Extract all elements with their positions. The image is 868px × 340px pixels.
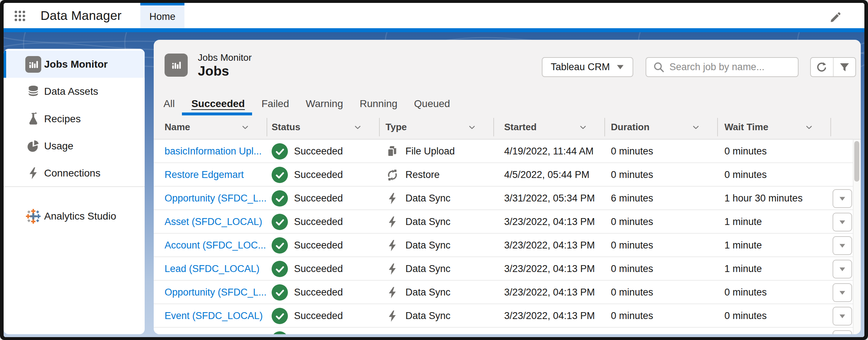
column-header-wait-time[interactable]: Wait Time xyxy=(717,115,830,139)
env-selector-dropdown[interactable]: Tableau CRM xyxy=(542,57,633,77)
job-search xyxy=(646,57,799,77)
app-header: Data Manager Home xyxy=(4,3,864,28)
job-name-link[interactable]: Asset (SFDC_LOCAL) xyxy=(165,216,262,228)
started-cell: 3/23/2022, 04:13 PM xyxy=(493,234,604,257)
sidebar-item-connections[interactable]: Connections xyxy=(4,160,145,187)
row-actions-dropdown-button[interactable] xyxy=(833,236,852,255)
row-actions-dropdown-button[interactable] xyxy=(833,307,852,326)
wait-time-cell: 0 minutes xyxy=(717,304,830,328)
chevron-down-icon[interactable] xyxy=(578,123,588,135)
app-title: Data Manager xyxy=(41,3,122,28)
wait-time-cell: 1 hour 30 minutes xyxy=(717,187,830,210)
column-header-type[interactable]: Type xyxy=(379,115,493,139)
sidebar-item-recipes[interactable]: Recipes xyxy=(4,105,145,132)
sidebar-item-usage[interactable]: Usage xyxy=(4,132,145,160)
lightning-icon xyxy=(386,239,399,252)
duration-cell: 6 minutes xyxy=(604,187,717,210)
tab-running[interactable]: Running xyxy=(359,92,397,115)
sidebar-item-label: Connections xyxy=(44,167,101,179)
status-cell: Succeeded xyxy=(267,257,379,281)
chevron-down-icon[interactable] xyxy=(353,123,362,135)
sidebar-item-label: Data Assets xyxy=(44,86,98,97)
copy-file-icon xyxy=(386,145,399,158)
vertical-scrollbar-thumb[interactable] xyxy=(854,141,859,182)
lightning-icon xyxy=(386,309,399,323)
job-name-link[interactable]: Opportunity (SFDC_L... xyxy=(165,193,267,204)
search-input[interactable] xyxy=(669,61,798,73)
job-name-link[interactable]: Opportunity (SFDC_L... xyxy=(165,287,267,298)
row-actions-dropdown-button[interactable] xyxy=(833,189,852,208)
check-circle-icon xyxy=(272,214,288,230)
column-header-duration[interactable]: Duration xyxy=(604,115,717,139)
lightning-icon xyxy=(386,215,399,229)
started-cell: 3/23/2022, 04:13 PM xyxy=(493,210,604,234)
check-circle-icon xyxy=(272,167,288,183)
type-label: Data Sync xyxy=(405,263,451,275)
row-actions-dropdown-button[interactable] xyxy=(833,213,852,231)
vertical-scrollbar-track[interactable] xyxy=(853,140,861,334)
chevron-down-icon[interactable] xyxy=(467,123,477,135)
chevron-down-icon[interactable] xyxy=(804,123,814,135)
sidebar-item-analytics-studio[interactable]: Analytics Studio xyxy=(4,203,145,230)
type-cell: Data Sync xyxy=(379,187,493,210)
pie-chart-icon xyxy=(25,138,41,154)
check-circle-icon xyxy=(272,261,288,277)
status-label: Succeeded xyxy=(294,169,343,180)
lightning-icon xyxy=(386,192,399,205)
duration-cell: 0 minutes xyxy=(604,234,717,257)
tab-queued[interactable]: Queued xyxy=(414,92,450,115)
column-separator xyxy=(493,118,494,136)
chevron-down-icon[interactable] xyxy=(241,123,250,135)
column-header-label: Name xyxy=(165,122,190,133)
tab-failed[interactable]: Failed xyxy=(261,92,289,115)
duration-cell: 0 minutes xyxy=(604,304,717,328)
status-label: Succeeded xyxy=(294,310,343,322)
started-cell: 3/31/2022, 05:34 PM xyxy=(493,187,604,210)
jobs-monitor-panel: Jobs Monitor Jobs Tableau CRM AllSucceed… xyxy=(154,40,861,334)
job-name-cell: Lead (SFDC_LOCAL) xyxy=(154,257,267,281)
column-separator xyxy=(604,118,605,136)
nav-tab-home[interactable]: Home xyxy=(140,3,184,28)
status-cell: Succeeded xyxy=(267,187,379,210)
wait-time-cell: 0 minutes xyxy=(717,281,830,304)
wait-time-cell: 0 minutes xyxy=(717,163,830,187)
job-name-link[interactable]: Account (SFDC_LOC... xyxy=(165,240,266,251)
refresh-button[interactable] xyxy=(811,58,833,76)
job-name-link[interactable]: Lead (SFDC_LOCAL) xyxy=(165,263,260,275)
filter-button[interactable] xyxy=(833,58,856,76)
table-row: Account (SFDC_LOC...SucceededData Sync3/… xyxy=(154,234,853,257)
status-cell xyxy=(267,328,379,334)
job-name-link[interactable]: Restore Edgemart xyxy=(165,169,244,180)
column-header-label: Duration xyxy=(611,122,650,133)
job-name-link[interactable]: basicInformation Upl... xyxy=(165,146,262,157)
column-header-status[interactable]: Status xyxy=(267,115,379,139)
status-cell: Succeeded xyxy=(267,234,379,257)
pencil-icon[interactable] xyxy=(829,11,842,24)
column-header-started[interactable]: Started xyxy=(493,115,604,139)
tab-warning[interactable]: Warning xyxy=(306,92,343,115)
sidebar-item-data-assets[interactable]: Data Assets xyxy=(4,78,145,105)
type-label: Data Sync xyxy=(405,240,451,251)
status-filter-tabs: AllSucceededFailedWarningRunningQueued xyxy=(154,92,861,115)
tab-all[interactable]: All xyxy=(163,92,175,115)
wait-time-cell: 1 minute xyxy=(717,257,830,281)
tab-succeeded[interactable]: Succeeded xyxy=(191,92,245,115)
column-header-name[interactable]: Name xyxy=(154,115,267,139)
check-circle-icon xyxy=(272,190,288,207)
page-title: Jobs xyxy=(198,64,229,79)
job-name-link[interactable]: Event (SFDC_LOCAL) xyxy=(165,310,263,322)
row-actions-dropdown-button[interactable] xyxy=(833,283,852,302)
status-cell: Succeeded xyxy=(267,140,379,163)
status-cell: Succeeded xyxy=(267,304,379,328)
row-actions-dropdown-button[interactable] xyxy=(833,260,852,279)
started-cell: 3/23/2022, 04:13 PM xyxy=(493,257,604,281)
chevron-down-icon[interactable] xyxy=(691,123,701,135)
sidebar-item-jobs-monitor[interactable]: Jobs Monitor xyxy=(4,51,145,78)
status-cell: Succeeded xyxy=(267,163,379,187)
app-launcher-waffle-icon[interactable] xyxy=(13,9,27,23)
row-actions-dropdown-button[interactable] xyxy=(833,330,852,334)
jobs-monitor-tile-icon xyxy=(165,54,188,77)
env-selector-label: Tableau CRM xyxy=(551,61,610,73)
job-name-cell: Account (SFDC_LOC... xyxy=(154,234,267,257)
job-name-cell: Event (SFDC_LOCAL) xyxy=(154,304,267,328)
